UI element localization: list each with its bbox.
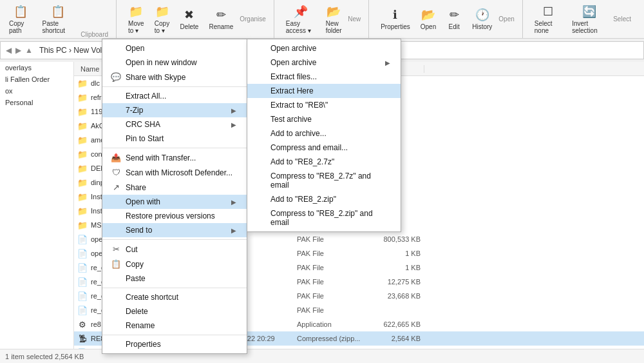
menu-item-label: Copy xyxy=(126,260,236,269)
properties-label: Properties xyxy=(381,23,410,30)
menu-item-send-to[interactable]: Send to ▶ xyxy=(102,223,247,237)
paste-shortcut-button[interactable]: 📋 Paste shortcut xyxy=(38,3,78,35)
menu-item-share[interactable]: ↗ Share xyxy=(102,180,247,195)
file-icon: 📁 xyxy=(77,107,88,117)
submenu-arrow-icon: ▶ xyxy=(385,59,390,66)
submenu-7zip-item-add-zip[interactable]: Add to "RE8_2.zip" xyxy=(247,192,401,206)
submenu-7zip-item-compress-email[interactable]: Compress and email... xyxy=(247,141,401,155)
delete-icon: ✖ xyxy=(184,8,194,22)
file-icon: 📁 xyxy=(77,221,88,230)
invert-selection-label: Invert selection xyxy=(572,20,607,34)
select-none-button[interactable]: ☐ Select none xyxy=(531,3,565,35)
submenu-7zip-item-extract-files[interactable]: Extract files... xyxy=(247,70,401,84)
menu-item-icon: 💬 xyxy=(110,72,122,82)
move-to-label: Moveto ▾ xyxy=(128,20,144,34)
easy-access-button[interactable]: 📌 Easy access ▾ xyxy=(282,3,319,35)
sidebar-item-box[interactable]: ox xyxy=(0,85,73,97)
menu-item-create-shortcut[interactable]: Create shortcut xyxy=(102,290,247,304)
rename-icon: ✏ xyxy=(216,8,226,22)
menu-item-share-skype[interactable]: 💬 Share with Skype xyxy=(102,70,247,84)
sidebar-item-personal[interactable]: Personal xyxy=(0,97,73,108)
file-type: PAK File xyxy=(297,306,374,314)
organise-label: Organise xyxy=(240,15,266,23)
sidebar-item-overlays[interactable]: overlays xyxy=(0,62,73,74)
status-bar: 1 item selected 2,564 KB xyxy=(0,349,644,363)
history-label: History xyxy=(472,23,492,30)
submenu-7zip-item-compress-7z-email[interactable]: Compress to "RE8_2.7z" and email xyxy=(247,169,401,192)
properties-button[interactable]: ℹ Properties xyxy=(377,6,414,32)
delete-button[interactable]: ✖ Delete xyxy=(176,6,203,32)
menu-item-open[interactable]: Open xyxy=(102,41,247,55)
invert-selection-icon: 🔄 xyxy=(582,5,596,19)
menu-item-label: Open archive xyxy=(270,44,390,53)
submenu-7zip-item-compress-zip-email[interactable]: Compress to "RE8_2.zip" and email xyxy=(247,206,401,230)
sidebar-item-fallen-order[interactable]: li Fallen Order xyxy=(0,74,73,85)
new-folder-icon: 📂 xyxy=(327,5,341,19)
menu-item-7zip[interactable]: 7-Zip ▶ xyxy=(102,103,247,117)
copy-to-icon: 📁 xyxy=(155,5,169,19)
clipboard-label: Clipboard xyxy=(80,30,108,38)
menu-item-label: Rename xyxy=(126,321,236,330)
new-folder-button[interactable]: 📂 Newfolder xyxy=(322,3,345,35)
menu-item-cut[interactable]: ✂ Cut xyxy=(102,242,247,257)
menu-item-label: Delete xyxy=(126,307,236,316)
file-icon: 📁 xyxy=(77,178,88,188)
menu-item-label: Scan with Microsoft Defender... xyxy=(126,168,236,177)
select-label: Select xyxy=(613,15,631,23)
menu-item-properties[interactable]: Properties xyxy=(102,337,247,351)
history-button[interactable]: 🕐 History xyxy=(468,6,496,32)
submenu-7zip-item-open-archive2[interactable]: Open archive ▶ xyxy=(247,55,401,70)
edit-button[interactable]: ✏ Edit xyxy=(442,6,466,32)
menu-item-label: Open xyxy=(126,44,236,53)
status-text: 1 item selected 2,564 KB xyxy=(5,353,84,360)
menu-item-label: Cut xyxy=(126,245,236,254)
menu-item-label: Properties xyxy=(126,340,236,349)
file-type: PAK File xyxy=(297,292,374,300)
menu-item-pin-to-start[interactable]: Pin to Start xyxy=(102,132,247,146)
organise-section: 📁 Moveto ▾ 📁 Copyto ▾ ✖ Delete ✏ Rename … xyxy=(124,0,274,38)
move-to-button[interactable]: 📁 Moveto ▾ xyxy=(124,3,147,35)
open-label: Open xyxy=(421,23,436,30)
new-section: 📌 Easy access ▾ 📂 Newfolder New xyxy=(282,0,369,38)
submenu-7zip-item-test-archive[interactable]: Test archive xyxy=(247,112,401,126)
menu-item-label: Test archive xyxy=(270,115,390,124)
submenu-7zip-item-add-archive[interactable]: Add to archive... xyxy=(247,126,401,141)
menu-item-rename[interactable]: Rename xyxy=(102,319,247,333)
menu-item-label: Paste xyxy=(126,274,236,283)
file-size: 1 KB xyxy=(374,264,426,271)
submenu-7zip-item-extract-here[interactable]: Extract Here xyxy=(247,84,401,98)
submenu-arrow-icon: ▶ xyxy=(231,227,236,234)
submenu-7zip-item-add-7z[interactable]: Add to "RE8_2.7z" xyxy=(247,155,401,169)
invert-selection-button[interactable]: 🔄 Invert selection xyxy=(568,3,611,35)
menu-item-extract-all[interactable]: Extract All... xyxy=(102,89,247,103)
history-icon: 🕐 xyxy=(475,8,489,22)
easy-access-label: Easy access ▾ xyxy=(286,20,316,34)
submenu-7zip-item-extract-to[interactable]: Extract to "RE8\" xyxy=(247,98,401,112)
copy-path-button[interactable]: 📋 Copy path xyxy=(5,3,35,35)
open-button[interactable]: 📂 Open xyxy=(417,6,440,32)
menu-item-icon: 🛡 xyxy=(110,168,122,177)
submenu-7zip-item-open-archive[interactable]: Open archive xyxy=(247,41,401,55)
file-type: PAK File xyxy=(297,235,374,243)
nav-back-icon[interactable]: ◀ xyxy=(6,46,12,55)
menu-item-copy[interactable]: 📋 Copy xyxy=(102,257,247,271)
nav-up-icon[interactable]: ▲ xyxy=(25,46,33,55)
file-size: 23,668 KB xyxy=(374,292,426,300)
nav-forward-icon[interactable]: ▶ xyxy=(15,46,21,55)
menu-item-crc-sha[interactable]: CRC SHA ▶ xyxy=(102,117,247,132)
menu-item-restore-prev[interactable]: Restore previous versions xyxy=(102,209,247,223)
menu-item-paste[interactable]: Paste xyxy=(102,271,247,286)
menu-item-scan-defender[interactable]: 🛡 Scan with Microsoft Defender... xyxy=(102,165,247,180)
file-icon: 📁 xyxy=(77,192,88,202)
copy-to-button[interactable]: 📁 Copyto ▾ xyxy=(151,3,174,35)
open-section: ℹ Properties 📂 Open ✏ Edit 🕐 History Ope… xyxy=(377,0,523,38)
menu-item-open-new-window[interactable]: Open in new window xyxy=(102,55,247,70)
new-folder-label: Newfolder xyxy=(326,20,342,34)
file-type: PAK File xyxy=(297,264,374,271)
menu-item-delete[interactable]: Delete xyxy=(102,304,247,319)
rename-button[interactable]: ✏ Rename xyxy=(205,6,237,32)
file-size: 12,275 KB xyxy=(374,278,426,286)
menu-item-open-with[interactable]: Open with ▶ xyxy=(102,195,247,209)
menu-item-send-with-transfer[interactable]: 📤 Send with Transfer... xyxy=(102,150,247,165)
menu-item-label: Add to "RE8_2.7z" xyxy=(270,157,390,166)
